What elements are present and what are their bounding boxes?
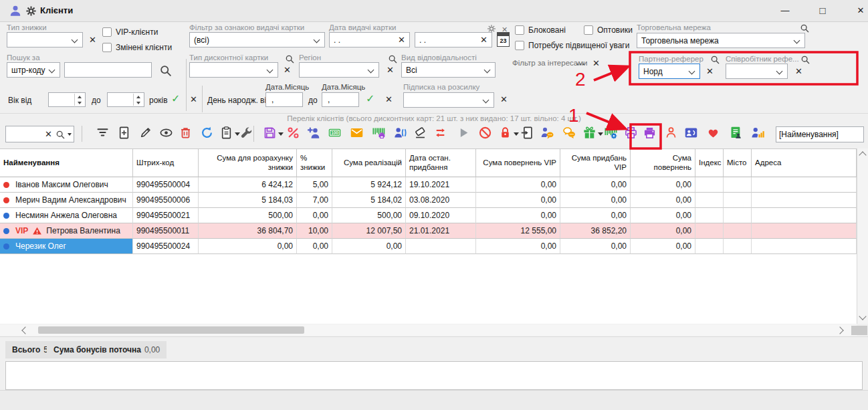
toolbar-envelope-button[interactable] (348, 125, 365, 142)
discount-type-clear-icon[interactable]: ✕ (89, 35, 96, 45)
maximize-button[interactable]: □ (811, 3, 834, 19)
scroll-down-icon[interactable] (859, 312, 866, 320)
toolbar-search-input[interactable]: ✕ (5, 126, 74, 142)
toolbar-person-stats-button[interactable] (749, 125, 766, 142)
toolbar-lock-button[interactable] (496, 125, 514, 142)
table-row[interactable]: Несмиян Анжела Олеговна990495500021500,0… (0, 208, 857, 223)
toolbar-delete-button[interactable] (177, 125, 194, 142)
spinner-up-icon[interactable] (75, 94, 84, 100)
partner-referrer-search-icon[interactable] (710, 55, 720, 65)
discount-type-select[interactable] (7, 32, 83, 47)
toolbar-document-person-button[interactable] (727, 125, 744, 142)
column-header[interactable]: Найменування (0, 149, 133, 177)
discount-card-search-icon[interactable] (285, 54, 295, 64)
toolbar-repeat-button[interactable] (431, 125, 449, 142)
issue-date-from-clear-icon[interactable]: ✕ (398, 35, 405, 45)
toolbar-card-100-button[interactable]: 100 (326, 125, 343, 142)
table-row[interactable]: Іванов Максим Олегович9904955000046 424,… (0, 177, 857, 193)
toolbar-filter-button[interactable] (94, 125, 111, 142)
toolbar-wrench-button[interactable] (237, 125, 255, 142)
spinner-down-icon[interactable] (75, 100, 84, 106)
changed-clients-checkbox[interactable] (102, 43, 112, 52)
birthday-clear-icon[interactable]: ✕ (385, 95, 393, 104)
toolbar-person-braces-button[interactable] (391, 125, 409, 142)
region-clear-icon[interactable]: ✕ (387, 66, 394, 75)
birthday-apply-check-icon[interactable]: ✓ (366, 94, 374, 104)
name-filter-input[interactable] (776, 126, 864, 142)
discount-card-type-select[interactable] (189, 62, 278, 78)
client-name-cell[interactable]: Іванов Максим Олегович (0, 177, 133, 193)
client-name-cell[interactable]: VIPПетрова Валентина (0, 223, 133, 239)
column-header[interactable]: Адреса (752, 149, 857, 177)
column-header[interactable]: Індекс (695, 149, 724, 177)
toolbar-person-chat-button[interactable] (538, 125, 556, 142)
toolbar-percent-button[interactable] (284, 125, 302, 142)
column-header[interactable]: Штрих-код (133, 149, 199, 177)
toolbar-clipboard-button[interactable] (217, 125, 235, 142)
column-header[interactable]: Сума повернень VIP (476, 149, 560, 177)
toolbar-search-icon[interactable] (56, 130, 66, 140)
toolbar-search-clear-icon[interactable]: ✕ (45, 130, 52, 139)
age-clear-icon[interactable]: ✕ (190, 95, 197, 104)
column-header[interactable]: Місто (724, 149, 752, 177)
wholesalers-checkbox[interactable] (584, 25, 593, 35)
vip-clients-checkbox[interactable] (102, 27, 112, 37)
region-select[interactable] (299, 62, 379, 78)
toolbar-block-button[interactable] (476, 125, 494, 142)
mailing-clear-icon[interactable]: ✕ (500, 95, 508, 104)
employee-referrer-search-icon[interactable] (800, 55, 810, 65)
partner-referrer-select[interactable]: Норд (639, 64, 700, 79)
toolbar-play-button[interactable] (455, 125, 472, 142)
toolbar-refresh-button[interactable] (198, 125, 215, 142)
search-input[interactable] (64, 62, 152, 78)
toolbar-printer-copy-button[interactable] (622, 125, 639, 142)
table-row[interactable]: Черезик Олег9904955000240,000,000,000,00… (0, 239, 857, 254)
toolbar-barcode-settings-button[interactable] (602, 125, 619, 142)
partner-referrer-clear-icon[interactable]: ✕ (706, 67, 714, 76)
toolbar-add-document-button[interactable] (115, 125, 132, 142)
scroll-right-icon[interactable] (836, 326, 843, 334)
age-from-stepper[interactable] (48, 92, 86, 107)
column-header[interactable]: % знижки (297, 149, 332, 177)
interests-clear-icon[interactable]: ✕ (592, 59, 600, 68)
column-header[interactable]: Дата остан. придбання (406, 149, 476, 177)
spinner-up-icon[interactable] (134, 94, 143, 100)
age-apply-check-icon[interactable]: ✓ (171, 94, 180, 104)
search-mode-select[interactable]: штр-коду (7, 62, 60, 78)
vertical-scrollbar[interactable] (857, 148, 868, 324)
trade-network-search-icon[interactable] (800, 23, 810, 33)
age-to-stepper[interactable] (107, 92, 144, 107)
toolbar-gift-button[interactable] (580, 125, 598, 142)
calendar-icon[interactable]: 23 (497, 32, 510, 47)
toolbar-edit-button[interactable] (136, 125, 154, 142)
needs-attention-checkbox[interactable] (515, 41, 524, 50)
scroll-up-icon[interactable] (859, 151, 866, 159)
issue-date-from-input[interactable]: . . ✕ (329, 32, 410, 47)
toolbar-view-button[interactable] (157, 125, 175, 142)
client-name-cell[interactable]: Мерич Вадим Александрович (0, 193, 133, 208)
close-button[interactable]: ✕ (849, 3, 868, 19)
column-header[interactable]: Сума для розрахунку знижки (199, 149, 297, 177)
toolbar-contact-card-button[interactable] (682, 125, 699, 142)
discount-card-clear-icon[interactable]: ✕ (284, 66, 291, 75)
birthday-from-input[interactable]: , (265, 92, 303, 107)
issue-date-to-clear-icon[interactable]: ✕ (480, 35, 487, 45)
toolbar-barcode-print-button[interactable] (370, 125, 387, 142)
toolbar-heart-button[interactable] (704, 125, 722, 142)
horizontal-scrollbar[interactable] (0, 324, 857, 336)
card-issue-filter-select[interactable]: (всі) (189, 32, 325, 47)
client-name-cell[interactable]: Черезик Олег (0, 239, 133, 254)
column-header[interactable]: Сума повернень (631, 149, 695, 177)
issue-date-to-input[interactable]: . . ✕ (415, 32, 492, 47)
toolbar-chat-bubbles-button[interactable] (560, 125, 578, 142)
column-header[interactable]: Сума придбань VIP (560, 149, 631, 177)
table-row[interactable]: VIPПетрова Валентина99049550001136 804,7… (0, 223, 857, 239)
column-header[interactable]: Сума реалізацій (332, 149, 406, 177)
toolbar-eraser-button[interactable] (411, 125, 429, 142)
blocked-checkbox[interactable] (515, 25, 524, 35)
chevron-down-icon[interactable] (278, 132, 284, 136)
birthday-to-input[interactable]: , (322, 92, 359, 107)
region-search-icon[interactable] (388, 54, 398, 64)
search-icon[interactable] (159, 64, 173, 78)
responsibility-select[interactable]: Всі (401, 62, 496, 78)
